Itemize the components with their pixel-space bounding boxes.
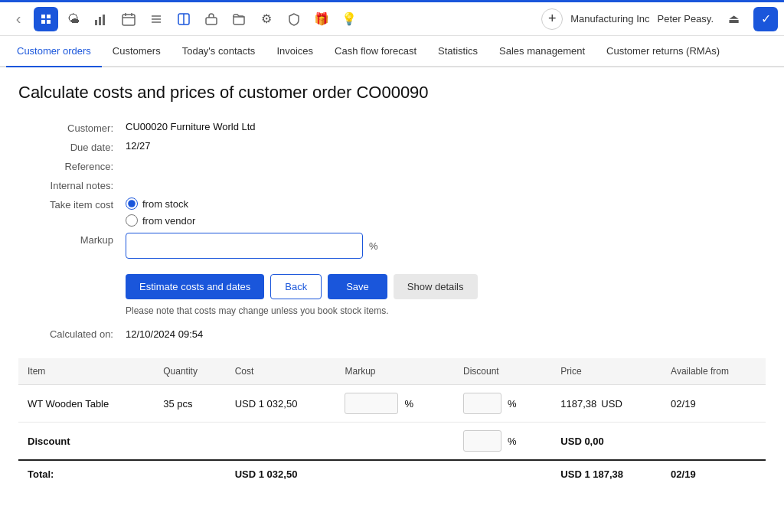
shield-icon[interactable]	[282, 7, 306, 31]
total-available-from: 02/19	[662, 460, 766, 488]
checklist-icon[interactable]: ✓	[753, 7, 778, 31]
nav-item-sales-management[interactable]: Sales management	[488, 36, 596, 67]
data-table: Item Quantity Cost Markup Discount Price…	[18, 358, 766, 488]
logo-icon[interactable]	[34, 7, 58, 31]
svg-rect-1	[41, 15, 45, 18]
gear-icon[interactable]: ⚙	[254, 7, 279, 31]
row-markup-input[interactable]: 15	[345, 393, 398, 414]
markup-row: Markup 15 %	[18, 233, 766, 259]
table-row: WT Wooden Table 35 pcs USD 1 032,50 15 %…	[18, 385, 766, 423]
discount-input[interactable]	[463, 430, 501, 452]
save-button[interactable]: Save	[328, 274, 387, 299]
page-title: Calculate costs and prices of customer o…	[18, 83, 766, 103]
row-markup-pct: %	[404, 398, 413, 410]
total-empty-1	[154, 460, 225, 488]
nav-item-todays-contacts[interactable]: Today's contacts	[172, 36, 266, 67]
estimate-button[interactable]: Estimate costs and dates	[126, 274, 264, 299]
discount-row-discount: %	[454, 423, 551, 461]
take-item-cost-label: Take item cost	[18, 197, 126, 211]
reference-label: Reference:	[18, 159, 126, 172]
toolbar-right: + Manufacturing Inc Peter Peasy. ⏏ ✓	[541, 7, 778, 31]
nav-bar: Customer orders Customers Today's contac…	[0, 36, 784, 67]
list-icon[interactable]	[144, 7, 168, 31]
from-stock-label: from stock	[142, 198, 188, 210]
total-empty-3	[454, 460, 551, 488]
row-discount-pct: %	[508, 398, 517, 410]
customer-value: CU00020 Furniture World Ltd	[126, 121, 256, 132]
show-details-button[interactable]: Show details	[394, 274, 478, 299]
from-vendor-radio[interactable]	[126, 214, 138, 227]
nav-item-customer-orders[interactable]: Customer orders	[6, 36, 102, 67]
from-stock-row: from stock	[126, 197, 195, 210]
book-icon[interactable]	[172, 7, 196, 31]
svg-rect-2	[47, 15, 51, 18]
due-date-value: 12/27	[126, 140, 151, 152]
back-icon[interactable]: ‹	[6, 7, 31, 31]
internal-notes-row: Internal notes:	[18, 178, 766, 191]
form-section: Customer: CU00020 Furniture World Ltd Du…	[18, 121, 766, 259]
markup-input[interactable]: 15	[126, 233, 363, 259]
toolbar-icons: ‹ 🌤 ⚙ 🎁 💡	[6, 7, 540, 31]
svg-rect-3	[41, 20, 45, 24]
total-empty-2	[335, 460, 454, 488]
cell-item: WT Wooden Table	[18, 385, 154, 423]
discount-pct: %	[508, 436, 517, 447]
cell-quantity: 35 pcs	[154, 385, 225, 423]
nav-item-invoices[interactable]: Invoices	[266, 36, 324, 67]
row-discount-input[interactable]	[463, 393, 501, 414]
add-button[interactable]: +	[541, 8, 563, 30]
calculated-on-value: 12/10/2024 09:54	[126, 328, 203, 340]
from-vendor-label: from vendor	[142, 215, 195, 227]
svg-rect-17	[206, 18, 217, 24]
col-available-from: Available from	[662, 358, 766, 385]
discount-row-available	[662, 423, 766, 461]
col-price: Price	[551, 358, 662, 385]
total-label: Total:	[18, 460, 154, 488]
internal-notes-label: Internal notes:	[18, 178, 126, 191]
cell-markup: 15 %	[335, 385, 454, 423]
back-button[interactable]: Back	[270, 274, 322, 299]
from-stock-radio[interactable]	[126, 197, 138, 210]
discount-row-markup-empty	[335, 423, 454, 461]
calculated-on-label: Calculated on:	[18, 328, 126, 340]
total-row: Total: USD 1 032,50 USD 1 187,38 02/19	[18, 460, 766, 488]
col-item: Item	[18, 358, 154, 385]
markup-input-row: 15 %	[126, 233, 378, 259]
markup-label: Markup	[18, 233, 126, 246]
sun-icon[interactable]: 🌤	[61, 7, 86, 31]
cell-price-currency: USD	[601, 398, 622, 410]
cell-cost: USD 1 032,50	[226, 385, 336, 423]
take-item-cost-row: Take item cost from stock from vendor	[18, 197, 766, 227]
gift-icon[interactable]: 🎁	[309, 7, 334, 31]
bulb-icon[interactable]: 💡	[337, 7, 361, 31]
total-cost: USD 1 032,50	[226, 460, 336, 488]
toolbar: ‹ 🌤 ⚙ 🎁 💡 + Manufacturing Inc	[0, 2, 784, 36]
chart-bar-icon[interactable]	[89, 7, 113, 31]
cell-price-value: 1187,38	[560, 398, 596, 410]
radio-group: from stock from vendor	[126, 197, 195, 227]
nav-item-customer-returns[interactable]: Customer returns (RMAs)	[596, 36, 730, 67]
reference-row: Reference:	[18, 159, 766, 172]
note-text: Please note that costs may change unless…	[126, 305, 766, 316]
table-header: Item Quantity Cost Markup Discount Price…	[18, 358, 766, 385]
cell-available-from: 02/19	[662, 385, 766, 423]
discount-row: Discount % USD 0,00	[18, 423, 766, 461]
company-name: Manufacturing Inc	[570, 13, 649, 24]
logout-icon[interactable]: ⏏	[721, 7, 746, 31]
svg-rect-0	[39, 12, 53, 26]
discount-row-label: Discount	[18, 423, 335, 461]
bag-icon[interactable]	[199, 7, 224, 31]
nav-item-cash-flow-forecast[interactable]: Cash flow forecast	[324, 36, 427, 67]
nav-item-statistics[interactable]: Statistics	[427, 36, 488, 67]
due-date-row: Due date: 12/27	[18, 140, 766, 153]
nav-item-customers[interactable]: Customers	[102, 36, 172, 67]
due-date-label: Due date:	[18, 140, 126, 153]
calculated-on-row: Calculated on: 12/10/2024 09:54	[18, 328, 766, 340]
svg-rect-4	[47, 20, 51, 24]
svg-rect-5	[95, 20, 97, 25]
col-quantity: Quantity	[154, 358, 225, 385]
cell-price: 1187,38 USD	[551, 385, 662, 423]
table-body: WT Wooden Table 35 pcs USD 1 032,50 15 %…	[18, 385, 766, 488]
folder-icon[interactable]	[227, 7, 251, 31]
calendar-icon[interactable]	[116, 7, 141, 31]
